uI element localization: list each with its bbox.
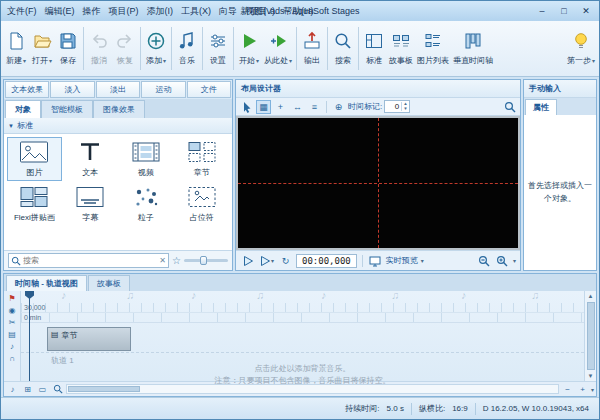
- object-item-chapter[interactable]: 章节: [174, 137, 229, 181]
- object-panel: 文本效果 淡入 淡出 运动 文件 对象 智能模板 图像效果 ▼ 标准 图片: [3, 79, 233, 271]
- close-button[interactable]: ✕: [575, 4, 597, 19]
- menu-file[interactable]: 文件(F): [3, 2, 41, 21]
- playhead[interactable]: [29, 291, 30, 381]
- preview-play-icon[interactable]: [240, 254, 255, 268]
- tab-fade-out[interactable]: 淡出: [96, 81, 140, 98]
- flag-marker-icon[interactable]: ⚑: [6, 293, 19, 304]
- add-guide-icon[interactable]: +: [273, 100, 288, 114]
- tab-fade-in[interactable]: 淡入: [50, 81, 94, 98]
- zero-minute-label: 0 min: [24, 314, 41, 321]
- scroll-up-icon[interactable]: ▲: [588, 291, 594, 301]
- tab-motion[interactable]: 运动: [141, 81, 185, 98]
- section-standard[interactable]: ▼ 标准: [4, 118, 232, 134]
- open-button[interactable]: 打开▾: [29, 29, 55, 68]
- undo-button[interactable]: 撤消: [86, 29, 112, 68]
- subtitle-icon: [75, 185, 105, 211]
- tab-timeline-track-view[interactable]: 时间轴 - 轨道视图: [6, 275, 87, 291]
- select-tool-icon[interactable]: [239, 100, 254, 114]
- timeline-zero-row[interactable]: 0 min: [21, 313, 584, 323]
- object-item-video[interactable]: 视频: [119, 137, 174, 181]
- minimize-button[interactable]: –: [531, 4, 553, 19]
- tab-smart-templates[interactable]: 智能模板: [41, 100, 93, 118]
- search-box[interactable]: ✕: [8, 253, 169, 268]
- tab-storyboard[interactable]: 故事板: [88, 275, 130, 291]
- settings-button[interactable]: 设置: [205, 29, 231, 68]
- tab-files[interactable]: 文件: [187, 81, 231, 98]
- timeline-ruler[interactable]: 30,000: [21, 303, 584, 313]
- note-track-icon[interactable]: ♪: [6, 341, 19, 352]
- search-button[interactable]: 搜索: [330, 29, 356, 68]
- layout-designer-title: 布局设计器: [236, 80, 520, 98]
- menu-edit[interactable]: 编辑(E): [41, 2, 79, 21]
- music-button[interactable]: 音乐: [174, 29, 200, 68]
- favorites-star-icon[interactable]: ☆: [172, 256, 181, 266]
- storyboard-view-button[interactable]: 故事板: [387, 29, 415, 68]
- category-tabs: 对象 智能模板 图像效果: [4, 99, 232, 118]
- menu-tools[interactable]: 工具(X): [177, 2, 215, 21]
- time-marker-spinner[interactable]: 0 ▲▼: [384, 100, 409, 113]
- save-button[interactable]: 保存: [55, 29, 81, 68]
- menu-add[interactable]: 添加(I): [143, 2, 178, 21]
- tab-image-effects[interactable]: 图像效果: [93, 100, 145, 118]
- play-from-here-button[interactable]: 从此处▾: [262, 29, 294, 68]
- object-item-particles[interactable]: 粒子: [119, 182, 174, 226]
- vertical-scroll-thumb[interactable]: [587, 302, 595, 370]
- menu-help[interactable]: 帮助(H): [279, 2, 318, 21]
- output-button[interactable]: 输出: [299, 29, 325, 68]
- timeline-tracks[interactable]: ▤ 章节 轨道 1 点击此处以添加背景音乐。 注意：只要项目不包含图像，音乐曲目…: [21, 323, 584, 381]
- live-preview-label[interactable]: 实时预览: [386, 255, 418, 266]
- menu-wizard[interactable]: 向导: [215, 2, 241, 21]
- music-note-watermark: ♪: [191, 291, 197, 301]
- maximize-button[interactable]: □: [553, 4, 575, 19]
- first-step-button[interactable]: 第一步▾: [565, 29, 597, 68]
- align-list-icon[interactable]: ≡: [307, 100, 322, 114]
- object-item-subtitle[interactable]: 字幕: [63, 182, 118, 226]
- vertical-timeline-view-button[interactable]: 垂直时间轴: [451, 29, 495, 68]
- menu-operate[interactable]: 操作: [79, 2, 105, 21]
- loop-icon[interactable]: ↻: [278, 254, 293, 268]
- start-button[interactable]: 开始▾: [236, 29, 262, 68]
- new-button[interactable]: 新建▾: [3, 29, 29, 68]
- tab-properties[interactable]: 属性: [525, 99, 557, 115]
- add-button[interactable]: 添加▾: [143, 29, 169, 68]
- redo-button[interactable]: 恢复: [112, 29, 138, 68]
- object-item-text[interactable]: 文本: [63, 137, 118, 181]
- music-note-watermark: ♪: [461, 291, 467, 301]
- timeline-vertical-scrollbar[interactable]: ▲ ▼: [584, 291, 596, 381]
- tab-text-effects[interactable]: 文本效果: [5, 81, 49, 98]
- tab-objects[interactable]: 对象: [5, 100, 41, 118]
- clear-search-icon[interactable]: ✕: [159, 256, 166, 265]
- standard-view-button[interactable]: 标准: [361, 29, 387, 68]
- picture-list-view-button[interactable]: 图片列表: [415, 29, 451, 68]
- scissors-icon[interactable]: ✂: [6, 317, 19, 328]
- object-item-picture[interactable]: 图片: [7, 137, 62, 181]
- spinner-arrows[interactable]: ▲▼: [401, 102, 408, 112]
- search-input[interactable]: [23, 256, 157, 265]
- time-marker-icon[interactable]: ⊕: [331, 100, 346, 114]
- grid-toggle-icon[interactable]: ▦: [256, 100, 271, 114]
- menu-project[interactable]: 项目(P): [105, 2, 143, 21]
- thumbnail-size-slider[interactable]: [184, 259, 228, 262]
- film-track-icon[interactable]: ▤: [6, 329, 19, 340]
- export-icon: [302, 31, 322, 53]
- timeline-content[interactable]: ♪ ♫ ♪ ♫ ♪ ♫ ♪ ♫ 30,000 0 min ▤ 章节: [21, 291, 584, 381]
- magnet-snap-icon[interactable]: ∩: [6, 353, 19, 364]
- object-item-flexi-collage[interactable]: Flexi拼贴画: [7, 182, 62, 226]
- add-music-icon[interactable]: ♪: [6, 383, 19, 395]
- horizontal-scroll-thumb[interactable]: [68, 386, 140, 392]
- record-icon[interactable]: ◉: [6, 305, 19, 316]
- design-canvas[interactable]: [238, 118, 518, 248]
- preview-play-from-icon[interactable]: ▾: [258, 254, 275, 268]
- object-item-placeholder[interactable]: 占位符: [174, 182, 229, 226]
- menu-view[interactable]: 视图(V): [241, 2, 279, 21]
- zoom-in-icon[interactable]: [495, 254, 510, 268]
- zoom-out-icon[interactable]: [477, 254, 492, 268]
- chapter-clip[interactable]: ▤ 章节: [47, 327, 131, 351]
- timeline-horizontal-scrollbar[interactable]: [66, 384, 559, 394]
- ruler-icon[interactable]: ↔: [290, 100, 305, 114]
- zoom-icon[interactable]: [502, 100, 517, 114]
- slider-thumb[interactable]: [200, 256, 207, 265]
- scroll-down-icon[interactable]: ▼: [588, 371, 594, 381]
- live-preview-icon[interactable]: [368, 254, 383, 268]
- designer-toolbar: ▦ + ↔ ≡ ⊕ 时间标记: 0 ▲▼: [236, 98, 520, 116]
